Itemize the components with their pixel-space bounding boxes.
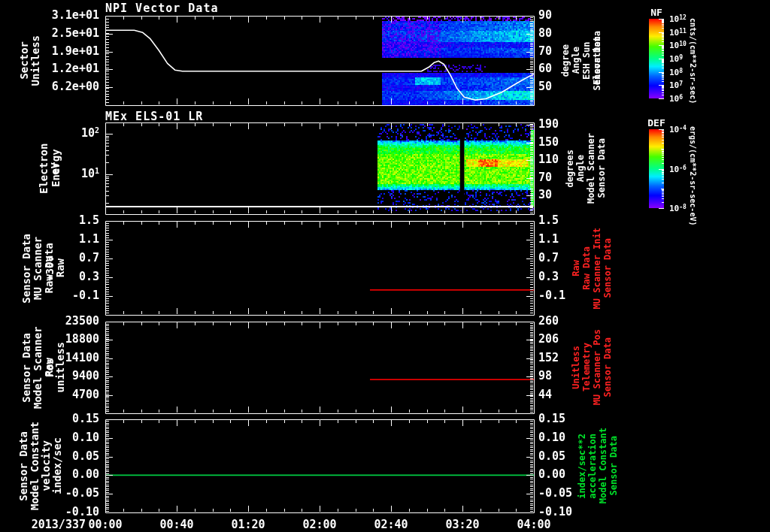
colorbar2-tick-label: 10-4 xyxy=(669,125,687,135)
axis-title-line: MU Scanner Pos xyxy=(592,329,602,405)
axis-title-line: Angle xyxy=(575,155,586,182)
axis-title-line: Model Constant xyxy=(598,428,608,503)
panel1-right-tick-label: 60 xyxy=(538,62,552,74)
axis-title-line: Telemetry xyxy=(581,343,592,391)
axis-title-line: Raw Data xyxy=(43,243,54,293)
x-axis-time-label: 01:20 xyxy=(218,518,278,531)
panel5-left-tick-label: 0.00 xyxy=(72,468,99,480)
panel4-right-tick-label: 260 xyxy=(538,315,559,327)
axis-title-line: Raw Data xyxy=(581,246,592,290)
panel4-left-tick-label: 18800 xyxy=(65,333,99,345)
panel2-left-tick-label: 101 xyxy=(81,168,99,181)
panel1-right-tick-label: 70 xyxy=(538,45,552,57)
panel4-right-tick-label: 206 xyxy=(538,333,559,345)
axis-title-line: degree xyxy=(560,44,571,77)
colorbar1-tick-label: 107 xyxy=(669,81,683,91)
plots-canvas xyxy=(0,0,770,532)
x-axis-time-label: 04:00 xyxy=(504,518,564,531)
axis-title-line: unitless xyxy=(54,342,65,392)
axis-title-line: eV xyxy=(49,162,60,175)
panel5-right-tick-label: -0.10 xyxy=(538,506,572,518)
panel4-left-tick-label: 9400 xyxy=(72,370,99,382)
axis-title-line: ESH Sun Elevation xyxy=(581,16,592,105)
panel4-right-tick-label: 98 xyxy=(538,370,552,382)
axis-title-line: Sector xyxy=(18,41,29,80)
panel5-left-tick-label: 0.15 xyxy=(72,413,99,425)
x-axis-time-label: 02:00 xyxy=(290,518,350,531)
panel4-right-tick-label: 44 xyxy=(538,388,552,401)
panel1-left-tick-label: 3.1e+01 xyxy=(52,9,99,21)
panel5-left-tick-label: -0.10 xyxy=(65,506,99,518)
panel2-right-tick-label: 190 xyxy=(538,118,559,130)
colorbar2-tick-label: 10-6 xyxy=(669,165,687,175)
colorbar2-units: ergs/(cm**2-sr-sec-eV) xyxy=(689,126,697,225)
axis-title-line: acceleration xyxy=(587,434,598,499)
axis-title-line: Unitless xyxy=(571,346,581,389)
panel5-right-tick-label: -0.05 xyxy=(538,487,572,499)
colorbar2-title: DEF xyxy=(644,117,669,128)
axis-title-line: Model Scanner xyxy=(586,133,596,204)
axis-title-line: Raw xyxy=(571,260,581,277)
panel1-title: NPI Vector Data xyxy=(105,2,218,15)
panel4-left-axis-title: Sensor Data Model Scanner Pos Raw unitle… xyxy=(20,322,66,413)
panel3-right-tick-label: -0.1 xyxy=(538,289,565,301)
axis-title-line: Model Scanner Pos xyxy=(32,322,43,413)
panel3-right-tick-label: 0.7 xyxy=(538,252,559,264)
axis-title-line: index/sec**2 xyxy=(577,434,587,499)
axis-title-line: MU Scanner +30V xyxy=(32,221,43,316)
colorbar1-units: cnts/(cm**2-sr-sec) xyxy=(689,18,697,104)
panel3-right-tick-label: 0.3 xyxy=(538,271,559,283)
panel1-right-tick-label: 90 xyxy=(538,9,552,21)
colorbar1-tick-label: 1012 xyxy=(669,15,687,25)
panel4-right-axis-title: Sensor Data MU Scanner Pos Telemetry Uni… xyxy=(570,322,614,413)
axis-title-line: Raw xyxy=(43,358,54,376)
panel5-right-tick-label: 0.05 xyxy=(538,450,565,462)
mission-data-plot-page: NPI Vector Data MEx ELS-01 LR Sector Uni… xyxy=(0,0,770,532)
panel3-right-tick-label: 1.5 xyxy=(538,214,559,226)
panel1-left-tick-label: 6.2e+00 xyxy=(52,80,99,92)
panel1-left-axis-title: Sector Unitless xyxy=(15,16,44,105)
x-axis-time-label: 03:20 xyxy=(432,518,493,531)
panel5-right-tick-label: 0.15 xyxy=(538,413,565,425)
panel2-left-tick-label: 102 xyxy=(81,127,99,141)
panel2-title: MEx ELS-01 LR xyxy=(105,110,203,123)
panel5-left-tick-label: -0.05 xyxy=(65,487,99,499)
colorbar1-tick-label: 1011 xyxy=(669,29,687,38)
x-axis-time-label: 00:40 xyxy=(147,518,207,531)
colorbar1-title: NF xyxy=(644,7,669,18)
panel1-left-tick-label: 1.2e+01 xyxy=(52,62,99,74)
panel2-right-axis-title: Sensor Data Model Scanner Angle degrees xyxy=(564,122,608,214)
x-axis-time-label: 02:40 xyxy=(361,518,421,531)
panel3-left-tick-label: 0.3 xyxy=(79,271,99,283)
axis-title-line: Sensor Data xyxy=(20,234,32,304)
panel3-left-tick-label: 1.5 xyxy=(79,214,99,226)
axis-title-line: velocity xyxy=(40,440,51,491)
axis-title-line: Sensor Data xyxy=(596,138,607,198)
colorbar1-tick-label: 109 xyxy=(669,55,683,65)
axis-title-line: MU Scanner Init xyxy=(592,228,602,309)
axis-title-line: Sensor Data xyxy=(602,337,613,397)
panel5-right-axis-title: Sensor Data Model Constant acceleration … xyxy=(576,419,620,512)
panel5-right-tick-label: 0.00 xyxy=(538,468,565,480)
axis-title-line: Angle xyxy=(571,47,581,74)
axis-title-line: index/sec xyxy=(51,437,62,494)
panel1-right-axis-title: Sensor Data ESH Sun Elevation Angle degr… xyxy=(559,16,603,105)
panel3-left-tick-label: 1.1 xyxy=(79,233,99,245)
panel2-left-axis-title: Electron Energy eV xyxy=(35,122,63,214)
panel2-right-tick-label: 70 xyxy=(538,171,552,183)
panel2-right-tick-label: 110 xyxy=(538,153,559,165)
axis-title-line: Model Constant xyxy=(29,422,40,510)
panel4-right-tick-label: 152 xyxy=(538,352,559,364)
colorbar1-tick-label: 106 xyxy=(669,95,683,104)
panel3-right-tick-label: 1.1 xyxy=(538,233,559,245)
panel3-left-tick-label: -0.1 xyxy=(72,289,99,301)
colorbar2-tick-label: 10-8 xyxy=(669,204,687,214)
panel3-left-axis-title: Sensor Data MU Scanner +30V Raw Data Raw xyxy=(20,221,66,316)
panel1-left-tick-label: 1.9e+01 xyxy=(52,45,99,57)
panel2-right-tick-label: 30 xyxy=(538,189,552,201)
axis-title-line: Unitless xyxy=(29,35,41,86)
panel5-left-axis-title: Sensor Data Model Constant velocity inde… xyxy=(17,419,63,512)
panel2-right-tick-label: 150 xyxy=(538,136,559,148)
panel4-left-tick-label: 23500 xyxy=(65,315,99,327)
axis-title-line: Raw xyxy=(54,258,65,277)
